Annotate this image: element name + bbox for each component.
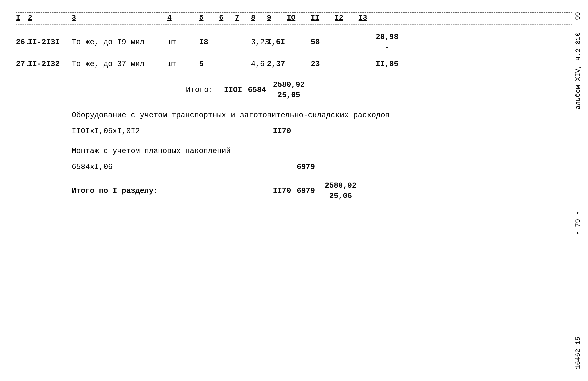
top-dashed-line [16, 12, 572, 13]
itogo-section-fraction-num: 2580,92 [325, 181, 357, 191]
row-27-unit: шт [167, 60, 199, 68]
col-header-9: 9 [267, 14, 287, 22]
row-26-code: II-2I3I [28, 38, 72, 46]
itogo-section-fraction-den: 25,06 [329, 191, 352, 201]
row-26-fraction-den: - [385, 42, 389, 52]
montazh-block: Монтаж с учетом плановых накоплений 6584… [16, 145, 572, 171]
montazh-col12-val: 6979 [297, 163, 321, 171]
row-26-desc: То же, до I9 мил [72, 38, 167, 46]
side-label-bottom: 16462-15 [574, 337, 582, 369]
itogo-col11: IIOI [221, 86, 245, 94]
col-header-6: 6 [219, 14, 235, 22]
row-27-code: II-2I32 [28, 60, 72, 68]
equipment-block: Оборудование с учетом транспортных и заг… [16, 109, 572, 135]
montazh-label-row: Монтаж с учетом плановых накоплений [16, 145, 572, 157]
row-27-c13: II,85 [358, 60, 398, 68]
table-row: 26. II-2I3I То же, до I9 мил шт I8 3,23 … [16, 32, 572, 52]
row-26-c8: 3,23 [251, 38, 267, 46]
header-dashed-line [16, 24, 572, 24]
col-header-2: 2 [28, 14, 72, 22]
itogo-section-label: Итого по I разделу: [72, 186, 221, 195]
itogo-col13: 2580,92 25,05 [269, 80, 309, 100]
row-26-fraction-num: 28,98 [376, 32, 398, 42]
col-header-12: I2 [335, 14, 358, 22]
table-row: 27. II-2I32 То же, до 37 мил шт 5 4,6 2,… [16, 60, 572, 68]
row-27-c8: 4,6 [251, 60, 267, 68]
itogo-fraction-num: 2580,92 [273, 80, 305, 90]
col-header-8: 8 [251, 14, 267, 22]
row-27-qty: 5 [199, 60, 219, 68]
side-label-top: альбом XIV, ч.2 810 - 99 [574, 12, 582, 109]
side-label-middle: • 79 • [574, 211, 582, 235]
row-26-c9: I,6I [267, 38, 287, 46]
row-26-num: 26. [16, 38, 28, 46]
equipment-label-row: Оборудование с учетом транспортных и заг… [16, 109, 572, 121]
row-27-c9: 2,37 [267, 60, 287, 68]
row-26-c11: 58 [311, 38, 335, 46]
itogo-row: Итого: IIOI 6584 2580,92 25,05 [16, 80, 572, 100]
equipment-formula: IIOIxI,05xI,0I2 [72, 127, 221, 135]
montazh-label: Монтаж с учетом плановых накоплений [72, 145, 572, 157]
row-27-desc: То же, до 37 мил [72, 60, 167, 68]
col-header-1: I [16, 14, 28, 22]
equipment-col11-val: II70 [273, 127, 297, 135]
col-header-4: 4 [167, 14, 199, 22]
row-27-c11: 23 [311, 60, 335, 68]
col-header-11: II [311, 14, 335, 22]
col-header-7: 7 [235, 14, 251, 22]
row-26-unit: шт [167, 38, 199, 46]
itogo-section-col12: 6979 [297, 186, 321, 195]
itogo-label: Итого: [16, 86, 221, 94]
page: I 2 3 4 5 6 7 8 9 IO II I2 I3 26. II-2I3… [0, 0, 588, 381]
equipment-label: Оборудование с учетом транспортных и заг… [72, 109, 572, 121]
side-labels: альбом XIV, ч.2 810 - 99 • 79 • 16462-15 [570, 12, 586, 369]
itogo-section-col11: II70 [273, 186, 297, 195]
col-header-13: I3 [358, 14, 390, 22]
row-26-c13: 28,98 - [358, 32, 398, 52]
montazh-formula: 6584xI,06 [72, 163, 221, 171]
itogo-section-row: Итого по I разделу: II70 6979 2580,92 25… [16, 181, 572, 201]
itogo-col12: 6584 [245, 86, 269, 94]
col-header-3: 3 [72, 14, 167, 22]
content-area: 26. II-2I3I То же, до I9 мил шт I8 3,23 … [16, 32, 572, 201]
col-header-10: IO [287, 14, 311, 22]
row-26-qty: I8 [199, 38, 219, 46]
itogo-section-col13: 2580,92 25,06 [321, 181, 360, 201]
row-27-num: 27. [16, 60, 28, 68]
itogo-fraction-den: 25,05 [277, 90, 300, 100]
header-row: I 2 3 4 5 6 7 8 9 IO II I2 I3 [16, 14, 572, 22]
col-header-5: 5 [199, 14, 219, 22]
